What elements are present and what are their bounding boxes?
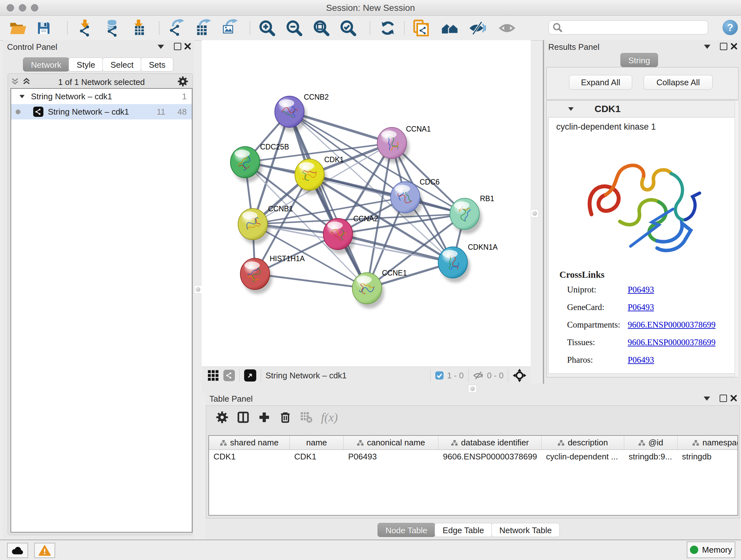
export-table-button[interactable]	[194, 19, 212, 37]
zoom-in-icon	[259, 20, 275, 37]
column-header[interactable]: namespace	[677, 436, 738, 449]
help-button[interactable]: ?	[723, 20, 738, 35]
save-session-button[interactable]	[35, 19, 53, 37]
table-panel-close-button[interactable]	[730, 394, 738, 402]
export-table-icon	[194, 19, 212, 37]
tab-select[interactable]: Select	[103, 57, 141, 71]
collapse-all-chevrons-icon[interactable]	[10, 77, 20, 86]
table-cell[interactable]: stringdb:9...	[624, 450, 677, 463]
function-builder-button: f(x)	[321, 410, 338, 424]
table-cell[interactable]: stringdb	[677, 450, 738, 463]
tab-style[interactable]: Style	[69, 57, 103, 71]
warnings-button[interactable]	[34, 543, 55, 558]
right-splitter-handle[interactable]	[531, 209, 539, 218]
network-collection-row[interactable]: String Network – cdk1 1	[11, 89, 192, 104]
network-node[interactable]	[240, 258, 272, 294]
column-header[interactable]: name	[290, 436, 344, 449]
network-node[interactable]	[295, 159, 327, 195]
table-cell[interactable]: cyclin-dependent ...	[542, 450, 624, 463]
column-header[interactable]: database identifier	[439, 436, 542, 449]
add-column-icon[interactable]	[258, 411, 271, 424]
eye-slash-icon	[468, 20, 486, 37]
zoom-in-button[interactable]	[258, 19, 276, 37]
tab-edge-table[interactable]: Edge Table	[434, 523, 492, 537]
crosslink-link[interactable]: 9606.ENSP00000378699	[628, 320, 716, 330]
zoom-fit-button[interactable]	[312, 19, 331, 37]
crosslink-label: Uniprot:	[567, 285, 628, 295]
table-panel-float-button[interactable]	[720, 395, 727, 402]
column-header[interactable]: @id	[624, 436, 677, 449]
cloud-button[interactable]	[7, 543, 28, 558]
tab-network-table[interactable]: Network Table	[491, 523, 560, 537]
gene-collapse-icon[interactable]	[568, 107, 574, 111]
birdseye-navigator-button[interactable]	[513, 369, 526, 382]
control-panel-close-button[interactable]	[184, 43, 192, 50]
results-panel-float-button[interactable]	[720, 43, 727, 50]
crosslink-link[interactable]: P06493	[628, 355, 654, 365]
table-cell[interactable]: P06493	[344, 450, 439, 463]
crosslink-link[interactable]: P06493	[628, 285, 654, 295]
import-network-from-file-button[interactable]	[77, 19, 95, 37]
eye-icon	[498, 20, 516, 37]
table-cell[interactable]: CDK1	[209, 450, 290, 463]
column-header[interactable]: description	[542, 436, 624, 449]
tab-string[interactable]: String	[620, 53, 658, 67]
show-columns-icon[interactable]	[237, 411, 250, 424]
crosslink-link[interactable]: 9606.ENSP00000378699	[628, 337, 716, 348]
network-node[interactable]	[438, 247, 470, 283]
network-node[interactable]	[450, 198, 482, 234]
first-neighbors-button[interactable]	[441, 19, 459, 37]
apply-layout-button[interactable]	[379, 19, 397, 37]
gene-section: CDK1 cyclin-dependent kinase 1 CrossLink…	[546, 100, 738, 377]
expand-all-chevrons-icon[interactable]	[22, 77, 31, 86]
zoom-out-button[interactable]	[285, 19, 304, 37]
selected-checkbox-icon[interactable]	[435, 371, 444, 380]
save-icon	[36, 20, 51, 36]
memory-button[interactable]: Memory	[687, 542, 735, 558]
left-splitter-handle[interactable]	[194, 285, 202, 294]
open-session-button[interactable]	[9, 19, 27, 37]
node-table: shared namenamecanonical namedatabase id…	[208, 435, 738, 516]
column-header[interactable]: canonical name	[344, 436, 439, 449]
table-cell[interactable]: 9606.ENSP00000378699	[439, 450, 542, 463]
collection-expand-icon[interactable]	[19, 95, 24, 98]
control-panel-menu-icon[interactable]	[158, 45, 164, 49]
expand-all-button[interactable]: Expand All	[569, 75, 632, 90]
clone-network-button[interactable]	[412, 19, 430, 37]
export-image-button[interactable]	[221, 19, 239, 37]
control-panel-float-button[interactable]	[174, 43, 181, 50]
gene-section-header[interactable]: CDK1	[547, 101, 738, 117]
table-options-gear-icon[interactable]	[216, 411, 228, 424]
tab-node-table[interactable]: Node Table	[378, 523, 435, 537]
tab-network[interactable]: Network	[23, 57, 69, 71]
import-table-from-file-button[interactable]	[130, 19, 149, 37]
table-panel-menu-icon[interactable]	[704, 396, 710, 401]
network-canvas[interactable]: CCNB2CCNA1CDC25BCDK1CDC6RB1CCNB1CCNA2CDK…	[202, 40, 531, 367]
zoom-selected-button[interactable]	[339, 19, 357, 37]
network-row[interactable]: String Network – cdk1 11 48	[11, 104, 192, 119]
results-panel-close-button[interactable]	[730, 43, 738, 50]
network-options-gear-icon[interactable]	[178, 76, 188, 87]
crosslink-link[interactable]: P06493	[628, 302, 654, 312]
hide-selected-button[interactable]	[468, 19, 486, 37]
bottom-splitter-handle[interactable]	[468, 385, 477, 393]
table-row[interactable]: CDK1CDK1P064939606.ENSP00000378699cyclin…	[209, 450, 738, 463]
show-all-button[interactable]	[498, 19, 516, 37]
delete-column-icon[interactable]	[279, 411, 292, 424]
node-label: CCNE1	[382, 269, 407, 277]
collapse-all-button[interactable]: Collapse All	[644, 75, 713, 90]
export-network-button[interactable]	[167, 19, 186, 37]
results-panel-menu-icon[interactable]	[704, 45, 711, 49]
fork-view-button[interactable]	[223, 370, 235, 381]
node-label: CDC6	[420, 178, 440, 186]
detach-view-button[interactable]	[244, 369, 256, 381]
search-input[interactable]	[562, 23, 697, 32]
network-node[interactable]	[230, 146, 262, 182]
results-scrollbar[interactable]	[735, 100, 739, 377]
import-network-from-database-button[interactable]	[103, 19, 121, 37]
column-header[interactable]: shared name	[209, 436, 290, 449]
table-cell[interactable]: CDK1	[290, 450, 344, 463]
tab-sets[interactable]: Sets	[141, 57, 173, 71]
network-node[interactable]	[275, 96, 307, 132]
grid-view-button[interactable]	[207, 370, 219, 381]
